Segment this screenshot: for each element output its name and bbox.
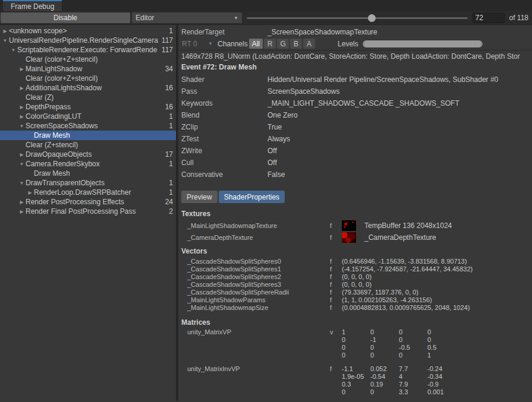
foldout-arrow-icon[interactable]: ▶ — [26, 190, 34, 195]
tree-row-label: Draw Mesh — [34, 169, 158, 178]
matrix-cell: 1 — [427, 352, 456, 359]
property-row: ZWrite Off — [178, 145, 532, 157]
matrix-cell: 7.7 — [399, 365, 427, 373]
disable-button[interactable]: Disable — [1, 12, 130, 23]
matrix-row: 0-100 — [342, 336, 456, 344]
property-row: Blend One Zero — [178, 109, 532, 121]
foldout-arrow-icon[interactable]: ▶ — [18, 152, 26, 157]
event-slider-track[interactable] — [247, 17, 468, 19]
property-label: Conservative — [178, 170, 267, 179]
texture-value: _CameraDepthTexture — [364, 233, 436, 242]
foldout-arrow-icon[interactable]: ▼ — [18, 162, 26, 167]
foldout-arrow-icon[interactable]: ▼ — [10, 48, 17, 53]
vector-type: f — [330, 265, 342, 273]
channel-button-b[interactable]: B — [290, 39, 302, 49]
channel-button-group: All R G B A — [248, 39, 315, 49]
tree-row[interactable]: ▶ Render Final PostProcessing Pass 2 — [0, 207, 176, 216]
tree-row[interactable]: ▼ UniversalRenderPipeline.RenderSingleCa… — [0, 36, 176, 45]
channel-button-g[interactable]: G — [277, 39, 289, 49]
tree-row[interactable]: ▼ ScreenSpaceShadows 1 — [0, 121, 176, 131]
tree-row-label: Clear (color+Z+stencil) — [26, 74, 158, 83]
foldout-arrow-icon[interactable]: ▼ — [18, 124, 26, 129]
tree-row[interactable]: ▼ Camera.RenderSkybox 1 — [0, 159, 176, 169]
tree-row[interactable]: ▶ ColorGradingLUT 1 — [0, 112, 176, 121]
texture-value: TempBuffer 136 2048x1024 — [364, 221, 452, 230]
tree-row[interactable]: ▶ Render PostProcessing Effects 24 — [0, 197, 176, 207]
matrix-block: unity_MatrixInvVP f -1.10.0527.7-0.241.9… — [178, 365, 532, 396]
tree-row[interactable]: ▶ AdditionalLightsShadow 16 — [0, 83, 176, 93]
event-detail-panel: RenderTarget _ScreenSpaceShadowmapTextur… — [178, 25, 532, 401]
texture-row: _MainLightShadowmapTexture f TempBuffer … — [178, 220, 532, 232]
render-target-row: RenderTarget _ScreenSpaceShadowmapTextur… — [178, 28, 532, 37]
chevron-down-icon: ▼ — [208, 41, 213, 46]
matrix-cell: 0.3 — [342, 381, 370, 388]
foldout-arrow-icon[interactable]: ▶ — [18, 86, 26, 91]
vectors-section-header: Vectors — [178, 247, 532, 256]
tree-row[interactable]: Clear (color+Z+stencil) — [0, 74, 176, 83]
tree-row-label: ColorGradingLUT — [26, 112, 158, 121]
event-slider-thumb[interactable] — [368, 14, 376, 22]
vector-type: f — [330, 258, 342, 265]
foldout-arrow-icon[interactable]: ▼ — [1, 38, 9, 43]
tree-row[interactable]: Draw Mesh — [0, 131, 176, 140]
content-area: ▶ <unknown scope> 1 ▼ UniversalRenderPip… — [0, 25, 532, 401]
matrix-cell: 0 — [370, 344, 399, 352]
foldout-arrow-icon[interactable]: ▶ — [18, 209, 26, 214]
tree-row[interactable]: ▶ RenderLoop.DrawSRPBatcher 1 — [0, 188, 176, 197]
event-number-field[interactable] — [473, 13, 505, 23]
foldout-arrow-icon[interactable]: ▼ — [18, 181, 26, 186]
tree-row[interactable]: ▼ DrawTransparentObjects 1 — [0, 178, 176, 188]
tab-preview[interactable]: Preview — [181, 191, 218, 203]
tree-row-draw-count: 34 — [158, 65, 176, 73]
matrix-cell: 0 — [342, 344, 370, 352]
texture-thumbnail[interactable] — [342, 232, 356, 243]
foldout-arrow-icon[interactable]: ▶ — [18, 114, 26, 119]
tab-frame-debug-label: Frame Debug — [11, 2, 54, 11]
tab-frame-debug[interactable]: Frame Debug — [3, 0, 62, 11]
vector-type: f — [330, 304, 342, 311]
tab-shaderproperties[interactable]: ShaderProperties — [219, 191, 285, 203]
channels-label: Channels — [218, 40, 248, 48]
event-slider[interactable] — [247, 12, 468, 23]
tree-row-label: Camera.RenderSkybox — [26, 160, 158, 168]
foldout-arrow-icon[interactable]: ▶ — [18, 105, 26, 110]
vectors-list: _CascadeShadowSplitSpheres0 f (0.6456946… — [178, 257, 532, 311]
matrix-row: 0001 — [342, 352, 456, 359]
tree-row-label: Render PostProcessing Effects — [26, 198, 158, 206]
foldout-arrow-icon[interactable]: ▶ — [18, 67, 26, 72]
matrix-cell: -0.24 — [427, 365, 456, 373]
property-label: Cull — [178, 159, 267, 167]
levels-minmax-bar[interactable] — [363, 40, 483, 48]
matrix-cell: 0 — [370, 352, 399, 359]
rt-index-dropdown[interactable]: RT 0 ▼ — [181, 39, 214, 49]
channel-button-r[interactable]: R — [264, 39, 276, 49]
matrix-cell: -0.34 — [427, 373, 456, 381]
tree-row[interactable]: Clear (Z) — [0, 93, 176, 102]
foldout-arrow-icon[interactable]: ▶ — [1, 29, 9, 34]
tree-row[interactable]: Clear (color+Z+stencil) — [0, 55, 176, 64]
tree-row[interactable]: Draw Mesh — [0, 169, 176, 178]
foldout-arrow-icon[interactable]: ▶ — [18, 200, 26, 205]
channel-button-all[interactable]: All — [249, 39, 263, 49]
tree-row[interactable]: ▶ DrawOpaqueObjects 17 — [0, 150, 176, 159]
vector-row: _MainLightShadowmapSize f (0.0004882813,… — [178, 303, 532, 311]
channel-button-a[interactable]: A — [303, 39, 315, 49]
property-value: ScreenSpaceShadows — [267, 87, 532, 96]
property-value: One Zero — [267, 111, 532, 119]
tree-row[interactable]: ▶ DepthPrepass 16 — [0, 102, 176, 112]
tree-row[interactable]: ▶ <unknown scope> 1 — [0, 26, 176, 36]
vector-row: _CascadeShadowSplitSphereRadii f (79.336… — [178, 288, 532, 296]
matrix-block: unity_MatrixVP v 10000-10000-0.50.50001 — [178, 328, 532, 359]
tree-row[interactable]: ▼ ScriptableRenderer.Execute: ForwardRen… — [0, 45, 176, 55]
matrix-values: -1.10.0527.7-0.241.9e-05-0.544-0.340.30.… — [342, 365, 456, 396]
texture-thumbnail[interactable] — [342, 220, 356, 231]
texture-type: f — [330, 222, 342, 229]
vector-name: _CascadeShadowSplitSpheres2 — [178, 273, 330, 280]
matrix-cell: 0 — [427, 336, 456, 344]
target-dropdown[interactable]: Editor ▼ — [132, 12, 242, 23]
frame-debugger-window: Frame Debug Disable Editor ▼ of 118 ▶ <u… — [0, 0, 532, 402]
matrix-cell: 0 — [342, 352, 370, 359]
tree-row[interactable]: ▶ MainLightShadow 34 — [0, 64, 176, 74]
levels-minmax-slider[interactable] — [362, 40, 483, 48]
tree-row[interactable]: Clear (Z+stencil) — [0, 140, 176, 150]
